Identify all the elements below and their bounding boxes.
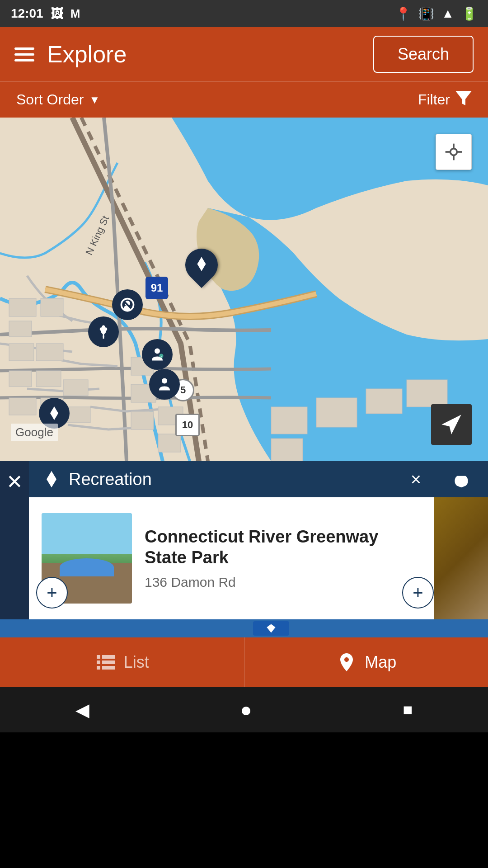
right-peek-image (434, 497, 488, 619)
svg-rect-9 (9, 398, 36, 415)
svg-rect-8 (36, 371, 61, 387)
map-pin-service1[interactable]: ✓ (142, 339, 173, 370)
status-right: 📍 📳 ▲ 🔋 (395, 6, 477, 21)
recreation-header: Recreation × (29, 461, 434, 497)
map-pin-active[interactable] (185, 249, 218, 285)
list-nav-label: List (124, 653, 149, 672)
android-navigation: ◀ ● ■ (0, 687, 488, 732)
recreation-close-button[interactable]: × (411, 469, 421, 490)
map-pin-no-entry[interactable] (112, 289, 143, 320)
svg-rect-40 (102, 655, 115, 659)
svg-point-30 (155, 349, 160, 354)
close-left-button[interactable]: ✕ (0, 461, 29, 619)
svg-rect-15 (131, 411, 154, 429)
card-panel: ✕ Recreation × Connecticut River Greenwa… (0, 461, 488, 619)
crosshair-icon (444, 142, 464, 162)
google-watermark: Google (11, 424, 58, 441)
right-peek-panel[interactable] (434, 461, 488, 619)
svg-rect-11 (63, 380, 88, 396)
sort-order-button[interactable]: Sort Order ▼ (16, 91, 100, 108)
svg-rect-17 (158, 434, 181, 452)
status-left: 12:01 🖼 M (11, 6, 80, 21)
add-button-left[interactable]: + (36, 577, 68, 609)
app-header: Explore Search (0, 27, 488, 81)
filter-label: Filter (418, 91, 450, 108)
svg-rect-22 (271, 439, 303, 461)
svg-rect-5 (9, 344, 34, 361)
route-10-badge: 10 (175, 414, 200, 436)
svg-point-25 (102, 326, 105, 329)
svg-rect-19 (316, 398, 357, 427)
right-peek-header (434, 461, 488, 497)
map-pin-grain[interactable] (88, 316, 119, 347)
home-button[interactable]: ● (240, 698, 252, 721)
recent-apps-button[interactable]: ■ (403, 700, 413, 719)
svg-rect-26 (103, 333, 104, 339)
plus-icon-left: + (47, 583, 57, 603)
card-address: 136 Damon Rd (145, 575, 421, 590)
rec-header-left: Recreation (42, 469, 152, 489)
send-icon (440, 413, 463, 436)
svg-rect-3 (41, 298, 63, 316)
svg-rect-7 (9, 371, 32, 387)
header-left: Explore (14, 41, 127, 68)
filter-icon (455, 91, 472, 109)
map-pin-nav-icon (336, 651, 357, 673)
plus-icon-right: + (413, 583, 423, 603)
map-pin-service2[interactable] (149, 369, 180, 400)
svg-rect-44 (102, 666, 115, 670)
back-button[interactable]: ◀ (75, 699, 89, 720)
highway-91-badge: 91 (145, 277, 168, 299)
map-view[interactable]: N King St 91 5 10 (0, 118, 488, 461)
svg-rect-41 (97, 660, 100, 664)
battery-icon: 🔋 (461, 6, 477, 21)
svg-rect-20 (366, 389, 402, 414)
svg-rect-42 (102, 660, 115, 664)
svg-rect-21 (407, 380, 447, 407)
chevron-down-icon: ▼ (89, 94, 100, 106)
photo-icon: 🖼 (51, 6, 63, 21)
gmail-icon: M (70, 7, 80, 21)
page-title: Explore (47, 41, 127, 68)
bottom-navigation: List Map (0, 637, 488, 687)
location-status-icon: 📍 (395, 6, 411, 21)
svg-text:✓: ✓ (160, 355, 163, 359)
svg-point-34 (450, 149, 457, 156)
svg-marker-0 (455, 91, 472, 105)
status-bar: 12:01 🖼 M 📍 📳 ▲ 🔋 (0, 0, 488, 27)
svg-rect-18 (271, 407, 307, 434)
bottom-blue-strip (0, 619, 488, 637)
card-content: Connecticut River Greenway State Park 13… (29, 497, 434, 619)
navigate-button[interactable] (431, 404, 472, 445)
svg-point-33 (162, 378, 167, 384)
my-location-button[interactable] (436, 134, 472, 170)
vibrate-icon: 📳 (418, 6, 434, 21)
card-title: Connecticut River Greenway State Park (145, 527, 421, 568)
svg-rect-4 (9, 321, 32, 337)
search-button[interactable]: Search (373, 36, 474, 73)
map-badge-strip (253, 621, 289, 636)
svg-rect-6 (36, 344, 63, 361)
map-nav-label: Map (365, 653, 396, 672)
wifi-icon: ▲ (441, 6, 454, 21)
recreation-title: Recreation (69, 470, 152, 489)
map-nav-item[interactable]: Map (244, 637, 488, 687)
card-info: Connecticut River Greenway State Park 13… (145, 527, 421, 590)
recreation-panel: Recreation × Connecticut River Greenway … (29, 461, 434, 619)
svg-rect-43 (97, 666, 100, 670)
close-left-icon: ✕ (6, 470, 23, 493)
sort-order-label: Sort Order (16, 91, 84, 108)
add-button-right[interactable]: + (402, 577, 434, 609)
filter-button[interactable]: Filter (418, 91, 472, 109)
menu-button[interactable] (14, 47, 34, 61)
svg-rect-39 (97, 655, 100, 659)
svg-rect-2 (9, 298, 36, 316)
list-icon (95, 651, 117, 673)
list-nav-item[interactable]: List (0, 637, 244, 687)
time-display: 12:01 (11, 6, 43, 21)
map-background (0, 118, 488, 461)
theater-icon (451, 469, 471, 489)
filter-bar: Sort Order ▼ Filter (0, 81, 488, 118)
recreation-icon (42, 469, 61, 489)
